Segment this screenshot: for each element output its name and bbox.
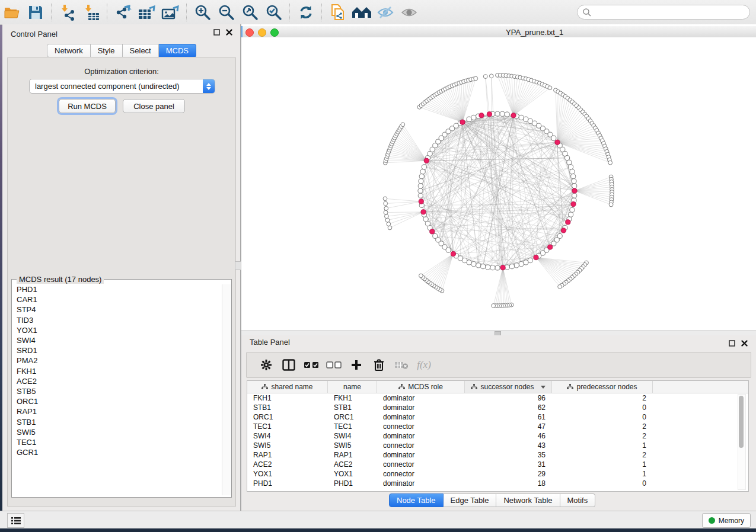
- network-hub-node[interactable]: [460, 120, 465, 124]
- network-node[interactable]: [433, 233, 438, 238]
- network-node[interactable]: [471, 115, 476, 120]
- tab-motifs[interactable]: Motifs: [560, 493, 596, 507]
- search-input[interactable]: [577, 5, 750, 20]
- table-row[interactable]: ORC1ORC1dominator610: [247, 412, 748, 422]
- network-leaf-node[interactable]: [609, 203, 613, 207]
- network-node[interactable]: [551, 136, 556, 140]
- table-cell[interactable]: 46: [465, 432, 552, 440]
- list-item[interactable]: TID3: [12, 315, 221, 325]
- network-node[interactable]: [569, 212, 573, 217]
- network-node[interactable]: [572, 179, 576, 184]
- network-canvas[interactable]: [241, 37, 756, 330]
- table-row[interactable]: RAP1RAP1dominator352: [247, 450, 748, 460]
- network-leaf-node[interactable]: [474, 76, 478, 81]
- table-row[interactable]: YOX1YOX1connector291: [247, 469, 748, 479]
- network-hub-node[interactable]: [430, 229, 435, 234]
- network-leaf-node[interactable]: [492, 304, 496, 308]
- table-cell[interactable]: TEC1: [247, 422, 328, 431]
- table-cell[interactable]: SWI4: [247, 432, 328, 440]
- table-cell[interactable]: SWI4: [328, 432, 377, 440]
- import-table-icon[interactable]: [79, 2, 103, 23]
- network-node[interactable]: [419, 174, 424, 179]
- table-cell[interactable]: SWI5: [247, 441, 328, 450]
- table-cell[interactable]: 2: [552, 451, 653, 459]
- table-row[interactable]: STB1STB1dominator620: [247, 403, 748, 412]
- maximize-window-icon[interactable]: [270, 28, 279, 37]
- table-row[interactable]: SWI5SWI5connector431: [247, 441, 748, 450]
- close-window-icon[interactable]: [245, 28, 254, 37]
- list-item[interactable]: SRD1: [12, 345, 221, 355]
- table-cell[interactable]: dominator: [377, 451, 465, 459]
- zoom-in-icon[interactable]: [191, 2, 215, 23]
- table-cell[interactable]: connector: [377, 422, 465, 431]
- criterion-dropdown[interactable]: largest connected component (undirected): [29, 79, 215, 94]
- network-hub-node[interactable]: [534, 255, 538, 260]
- float-icon[interactable]: [729, 340, 735, 347]
- network-node[interactable]: [519, 262, 524, 267]
- network-leaf-node[interactable]: [387, 222, 391, 226]
- table-cell[interactable]: 2: [552, 422, 653, 431]
- table-cell[interactable]: SWI5: [328, 441, 377, 450]
- network-node[interactable]: [467, 117, 471, 121]
- list-item[interactable]: CAR1: [12, 294, 221, 305]
- table-cell[interactable]: 29: [465, 470, 552, 478]
- table-cell[interactable]: 0: [552, 413, 653, 421]
- network-hub-node[interactable]: [487, 112, 492, 117]
- network-hub-node[interactable]: [548, 245, 553, 249]
- table-cell[interactable]: 18: [465, 479, 552, 488]
- table-cell[interactable]: connector: [377, 460, 465, 469]
- list-item[interactable]: STB5: [12, 386, 221, 396]
- export-network-icon[interactable]: [111, 2, 135, 23]
- network-hub-node[interactable]: [566, 220, 570, 225]
- show-eye-icon[interactable]: [397, 2, 421, 23]
- table-cell[interactable]: 2: [552, 432, 653, 440]
- network-node[interactable]: [418, 184, 423, 188]
- network-leaf-node[interactable]: [483, 75, 487, 79]
- close-icon[interactable]: [741, 340, 748, 347]
- list-item[interactable]: YOX1: [12, 325, 221, 335]
- network-leaf-node[interactable]: [401, 123, 405, 127]
- tab-network-table[interactable]: Network Table: [496, 493, 560, 507]
- network-leaf-node[interactable]: [383, 197, 387, 201]
- network-hub-node[interactable]: [451, 251, 455, 256]
- run-mcds-button[interactable]: Run MCDS: [59, 99, 116, 113]
- network-node[interactable]: [500, 111, 505, 116]
- task-history-button[interactable]: [7, 513, 24, 528]
- minimize-window-icon[interactable]: [258, 28, 266, 37]
- network-node[interactable]: [509, 264, 514, 269]
- table-cell[interactable]: dominator: [377, 403, 465, 412]
- delete-column-icon[interactable]: [368, 355, 390, 375]
- table-cell[interactable]: dominator: [377, 413, 465, 421]
- table-cell[interactable]: RAP1: [247, 451, 328, 459]
- network-node[interactable]: [567, 160, 572, 165]
- scrollbar-thumb[interactable]: [739, 396, 744, 448]
- save-icon[interactable]: [24, 2, 47, 23]
- network-node[interactable]: [495, 111, 500, 116]
- export-image-icon[interactable]: [159, 2, 183, 23]
- column-header-shared-name[interactable]: shared name: [247, 381, 328, 393]
- network-hub-node[interactable]: [500, 265, 505, 270]
- network-hub-node[interactable]: [561, 228, 566, 233]
- tab-mcds[interactable]: MCDS: [159, 44, 196, 57]
- neighbors-icon[interactable]: [350, 2, 374, 23]
- table-cell[interactable]: RAP1: [328, 451, 377, 459]
- refresh-icon[interactable]: [294, 2, 318, 23]
- network-hub-node[interactable]: [421, 210, 426, 214]
- table-cell[interactable]: 62: [465, 403, 552, 412]
- network-node[interactable]: [490, 265, 495, 270]
- list-item[interactable]: PHD1: [12, 284, 221, 294]
- network-hub-node[interactable]: [555, 140, 560, 145]
- table-cell[interactable]: 2: [552, 394, 653, 402]
- network-hub-node[interactable]: [572, 188, 577, 193]
- list-item[interactable]: SWI4: [12, 335, 221, 345]
- network-node[interactable]: [425, 221, 430, 226]
- table-cell[interactable]: dominator: [377, 479, 465, 488]
- table-row[interactable]: SWI4SWI4dominator462: [247, 431, 748, 441]
- network-node[interactable]: [420, 169, 425, 174]
- table-scrollbar[interactable]: [738, 394, 746, 490]
- list-item[interactable]: RAP1: [12, 406, 221, 416]
- column-header-name[interactable]: name: [328, 381, 377, 393]
- list-item[interactable]: STB1: [12, 416, 221, 427]
- network-node[interactable]: [467, 260, 471, 265]
- network-node[interactable]: [528, 258, 532, 263]
